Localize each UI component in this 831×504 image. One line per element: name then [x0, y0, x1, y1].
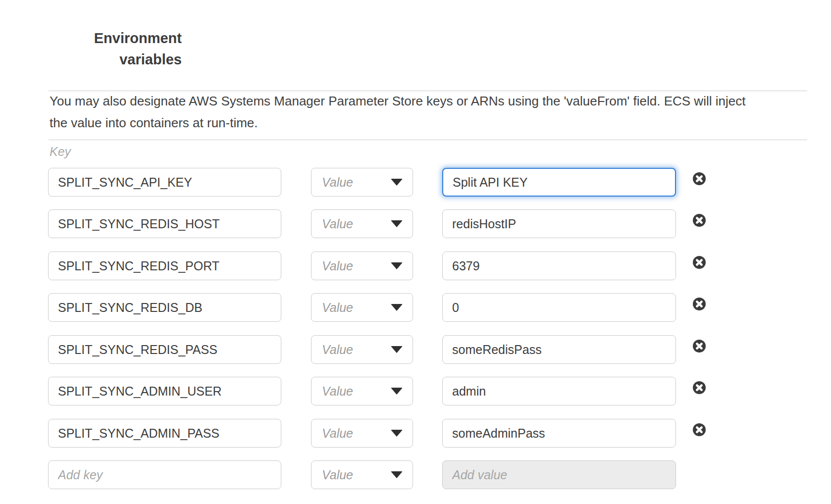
key-input[interactable]: [48, 209, 281, 238]
value-input[interactable]: [442, 293, 676, 322]
key-input[interactable]: [48, 293, 281, 322]
chevron-down-icon: [391, 471, 403, 478]
env-var-row: Value: [0, 377, 831, 405]
env-var-row: Value: [0, 335, 831, 364]
value-input[interactable]: [442, 252, 676, 280]
value-type-dropdown[interactable]: Value: [311, 252, 413, 280]
chevron-down-icon: [391, 304, 403, 311]
env-var-row: Value: [0, 419, 831, 448]
remove-row-button[interactable]: [693, 298, 706, 310]
remove-row-button[interactable]: [693, 340, 706, 353]
value-type-dropdown[interactable]: Value: [311, 460, 413, 489]
chevron-down-icon: [391, 346, 403, 353]
chevron-down-icon: [391, 179, 403, 186]
circle-x-icon: [693, 423, 706, 436]
value-type-dropdown[interactable]: Value: [311, 377, 413, 405]
value-type-dropdown[interactable]: Value: [311, 293, 413, 322]
value-input[interactable]: [442, 419, 676, 448]
value-input[interactable]: [442, 335, 676, 364]
remove-row-button[interactable]: [693, 172, 706, 185]
value-input[interactable]: [442, 209, 676, 238]
value-type-dropdown[interactable]: Value: [311, 335, 413, 364]
divider-bottom: [49, 140, 807, 140]
value-type-label: Value: [322, 301, 353, 315]
value-input[interactable]: [442, 168, 676, 197]
key-input[interactable]: [48, 335, 281, 364]
help-text: You may also designate AWS Systems Manag…: [50, 90, 822, 134]
remove-row-button[interactable]: [693, 214, 706, 227]
value-type-label: Value: [322, 468, 353, 482]
key-input[interactable]: [48, 377, 281, 405]
add-value-input[interactable]: [442, 460, 676, 489]
chevron-down-icon: [391, 220, 403, 227]
form-label-environment-variables: Environment variables: [50, 28, 182, 70]
help-text-line-2: the value into containers at run-time.: [50, 112, 822, 134]
value-type-dropdown[interactable]: Value: [311, 209, 413, 238]
circle-x-icon: [693, 214, 706, 227]
value-type-label: Value: [322, 384, 353, 399]
chevron-down-icon: [391, 388, 403, 395]
chevron-down-icon: [391, 430, 403, 437]
value-type-label: Value: [322, 343, 353, 357]
key-input[interactable]: [48, 168, 281, 197]
ecs-environment-variables-form: Environment variables You may also desig…: [0, 0, 831, 504]
value-type-label: Value: [322, 217, 353, 231]
circle-x-icon: [693, 381, 706, 394]
circle-x-icon: [693, 172, 706, 185]
help-text-line-1: You may also designate AWS Systems Manag…: [50, 90, 822, 112]
env-var-row: Value: [0, 252, 831, 280]
key-column-header: Key: [50, 145, 71, 159]
key-input[interactable]: [48, 252, 281, 280]
value-type-label: Value: [322, 259, 353, 273]
value-type-label: Value: [322, 426, 353, 441]
env-var-rows: Value Value Value: [0, 168, 831, 495]
circle-x-icon: [693, 256, 706, 269]
chevron-down-icon: [391, 262, 403, 269]
env-var-row: Value: [0, 209, 831, 238]
circle-x-icon: [693, 340, 706, 353]
remove-row-button[interactable]: [693, 256, 706, 269]
value-type-label: Value: [322, 175, 353, 190]
add-key-input[interactable]: [48, 460, 281, 489]
remove-row-button[interactable]: [693, 381, 706, 394]
env-var-row: Value: [0, 168, 831, 197]
value-type-dropdown[interactable]: Value: [311, 419, 413, 448]
env-var-add-row: Value: [0, 460, 831, 489]
value-input[interactable]: [442, 377, 676, 405]
env-var-row: Value: [0, 293, 831, 322]
circle-x-icon: [693, 298, 706, 310]
key-input[interactable]: [48, 419, 281, 448]
value-type-dropdown[interactable]: Value: [311, 168, 413, 197]
remove-row-button[interactable]: [693, 423, 706, 436]
